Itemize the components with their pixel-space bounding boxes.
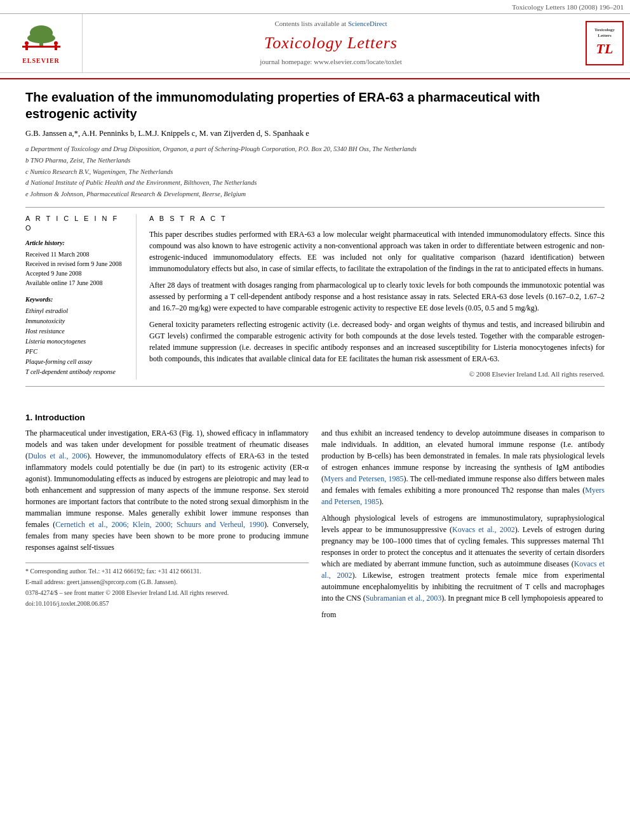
article-history: Article history: Received 11 March 2008 … xyxy=(25,239,126,288)
keywords-section: Keywords: Ethinyl estradiol Immunotoxici… xyxy=(25,295,126,377)
authors-line: G.B. Janssen a,*, A.H. Penninks b, L.M.J… xyxy=(25,128,605,140)
article-info-header: A R T I C L E I N F O xyxy=(25,214,126,234)
abstract-para-3: General toxicity parameters reflecting e… xyxy=(149,319,605,364)
body-para-1: The pharmaceutical under investigation, … xyxy=(25,427,309,553)
body-left-col: The pharmaceutical under investigation, … xyxy=(25,427,309,625)
citation-text: Toxicology Letters 180 (2008) 196–201 xyxy=(512,3,624,11)
article-info-abstract: A R T I C L E I N F O Article history: R… xyxy=(25,214,605,380)
sciencedirect-link: Contents lists available at ScienceDirec… xyxy=(274,19,387,29)
abstract-para-2: After 28 days of treatment with dosages … xyxy=(149,279,605,314)
affiliation-a: a Department of Toxicology and Drug Disp… xyxy=(25,144,605,154)
ref-kovacs-2002b[interactable]: Kovacs et al., 2002 xyxy=(321,559,605,580)
keyword-2: Immunotoxicity xyxy=(25,316,126,326)
from-text: from xyxy=(321,610,336,619)
footnote-doi: doi:10.1016/j.toxlet.2008.06.857 xyxy=(25,599,309,608)
page-wrapper: Toxicology Letters 180 (2008) 196–201 xyxy=(0,0,630,638)
journal-homepage: journal homepage: www.elsevier.com/locat… xyxy=(260,57,402,67)
svg-point-3 xyxy=(27,33,55,43)
tox-logo-title: ToxicologyLetters xyxy=(594,27,615,38)
ref-cernetich[interactable]: Cernetich et al., 2006; Klein, 2000; Sch… xyxy=(55,520,264,529)
body-para-right-2: Although physiological levels of estroge… xyxy=(321,512,605,604)
elsevier-label: ELSEVIER xyxy=(22,57,60,65)
received-revised-date: Received in revised form 9 June 2008 xyxy=(25,259,126,269)
citation-bar: Toxicology Letters 180 (2008) 196–201 xyxy=(0,0,630,14)
svg-rect-7 xyxy=(55,45,57,50)
elsevier-logo-box: ELSEVIER xyxy=(19,20,64,65)
abstract-text: This paper describes studies performed w… xyxy=(149,229,605,364)
body-para-right-1: and thus exhibit an increased tendency t… xyxy=(321,427,605,507)
footnote-issn: 0378-4274/$ – see front matter © 2008 El… xyxy=(25,589,309,597)
journal-top-bar: ELSEVIER Contents lists available at Sci… xyxy=(0,14,630,72)
keyword-4: Listeria monocytogenes xyxy=(25,337,126,347)
keyword-3: Host resistance xyxy=(25,326,126,337)
keyword-5: PFC xyxy=(25,347,126,357)
abstract-header: A B S T R A C T xyxy=(149,214,605,223)
affiliation-d: d National Institute of Public Health an… xyxy=(25,178,605,188)
keyword-1: Ethinyl estradiol xyxy=(25,306,126,316)
elsevier-logo-area: ELSEVIER xyxy=(0,14,83,72)
article-title: The evaluation of the immunomodulating p… xyxy=(25,89,605,122)
accepted-date: Accepted 9 June 2008 xyxy=(25,269,126,278)
journal-header: ELSEVIER Contents lists available at Sci… xyxy=(0,14,630,79)
footnote-email: E-mail address: geert.janssen@sprcorp.co… xyxy=(25,578,309,587)
keywords-list: Ethinyl estradiol Immunotoxicity Host re… xyxy=(25,306,126,377)
svg-rect-5 xyxy=(25,45,28,50)
body-two-col: The pharmaceutical under investigation, … xyxy=(25,427,605,625)
elsevier-tree-icon xyxy=(19,20,64,55)
section-1-heading: 1. Introduction xyxy=(25,412,605,424)
keyword-7: T cell-dependent antibody response xyxy=(25,367,126,377)
svg-point-6 xyxy=(54,41,58,45)
body-para-from: from xyxy=(321,609,605,620)
affiliation-c: c Numico Research B.V., Wageningen, The … xyxy=(25,167,605,177)
article-content: The evaluation of the immunomodulating p… xyxy=(0,79,630,406)
sciencedirect-anchor[interactable]: ScienceDirect xyxy=(348,20,387,27)
ref-dulos[interactable]: Dulos et al., 2006 xyxy=(28,451,87,460)
ref-kovacs-2002[interactable]: Kovacs et al., 2002 xyxy=(452,525,515,534)
article-info-col: A R T I C L E I N F O Article history: R… xyxy=(25,214,137,380)
abstract-para-1: This paper describes studies performed w… xyxy=(149,229,605,274)
footnote-corresponding: * Corresponding author. Tel.: +31 412 66… xyxy=(25,567,309,576)
divider-1 xyxy=(25,207,605,208)
copyright-line: © 2008 Elsevier Ireland Ltd. All rights … xyxy=(149,370,605,379)
article-history-label: Article history: xyxy=(25,239,126,248)
tox-logo-area: ToxicologyLetters TL xyxy=(579,14,630,72)
abstract-col: A B S T R A C T This paper describes stu… xyxy=(149,214,605,380)
tox-logo-letters: TL xyxy=(596,39,613,59)
ref-myers-1985[interactable]: Myers and Petersen, 1985 xyxy=(324,474,403,483)
ref-myers-1985b[interactable]: Myers and Petersen, 1985 xyxy=(321,486,605,506)
footnote-area: * Corresponding author. Tel.: +31 412 66… xyxy=(25,563,309,608)
body-content: 1. Introduction The pharmaceutical under… xyxy=(0,406,630,639)
divider-2 xyxy=(25,386,605,387)
received-date: Received 11 March 2008 xyxy=(25,250,126,259)
ref-subramanian[interactable]: Subramanian et al., 2003 xyxy=(366,594,442,603)
affiliation-b: b TNO Pharma, Zeist, The Netherlands xyxy=(25,156,605,166)
journal-name: Toxicology Letters xyxy=(264,32,398,55)
svg-point-4 xyxy=(25,41,29,45)
journal-center: Contents lists available at ScienceDirec… xyxy=(83,14,579,72)
affiliation-e: e Johnson & Johnson, Pharmaceutical Rese… xyxy=(25,189,605,199)
available-date: Available online 17 June 2008 xyxy=(25,278,126,288)
keywords-label: Keywords: xyxy=(25,295,126,304)
keyword-6: Plaque-forming cell assay xyxy=(25,357,126,367)
tox-logo-box: ToxicologyLetters TL xyxy=(586,21,624,65)
body-right-col: and thus exhibit an increased tendency t… xyxy=(321,427,605,625)
affiliations: a Department of Toxicology and Drug Disp… xyxy=(25,144,605,199)
